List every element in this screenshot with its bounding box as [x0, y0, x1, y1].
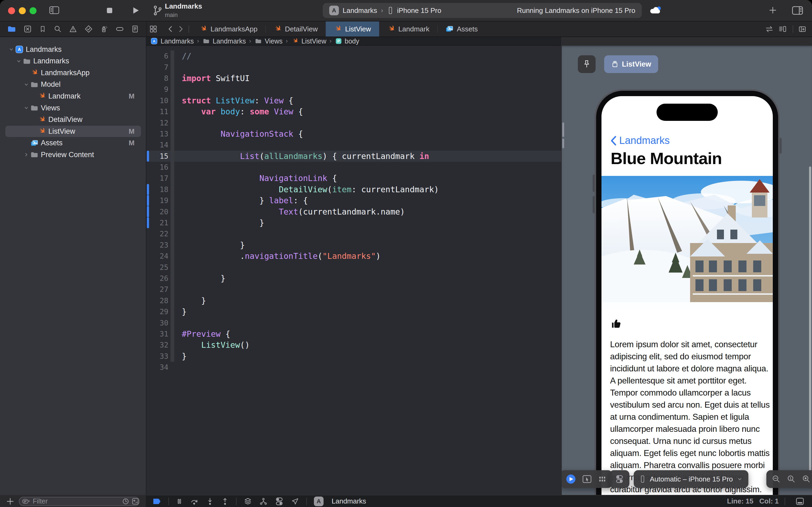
code-line-16[interactable]: 16 — [147, 162, 561, 173]
line-number[interactable]: 8 — [147, 74, 168, 82]
show-changes-icon[interactable] — [131, 498, 139, 505]
code-line-24[interactable]: 24 .navigationTitle("Landmarks") — [147, 250, 561, 262]
breakpoint-navigator-icon[interactable] — [116, 25, 124, 33]
line-number[interactable]: 34 — [147, 363, 168, 372]
zoom-window-button[interactable] — [30, 7, 37, 14]
zoom-out-button[interactable] — [772, 474, 781, 484]
memory-graph-button[interactable] — [259, 497, 268, 505]
sidebar-item-landmarks[interactable]: ALandmarks — [0, 44, 146, 55]
code-line-26[interactable]: 26 } — [147, 273, 561, 284]
zoom-100-button[interactable]: 1 — [787, 474, 796, 484]
environment-overrides-button[interactable] — [275, 497, 284, 506]
line-number[interactable]: 30 — [147, 319, 168, 327]
simulate-location-button[interactable] — [291, 497, 299, 505]
sidebar-item-views[interactable]: Views — [0, 102, 146, 114]
toggle-navigator-icon[interactable] — [49, 5, 60, 15]
line-number[interactable]: 11 — [147, 107, 168, 116]
selectable-mode-button[interactable] — [582, 474, 592, 484]
tab-detailview[interactable]: DetailView — [266, 21, 326, 37]
code-line-15[interactable]: 15 List(allLandmarks) { currentLandmark … — [147, 151, 561, 162]
jump-bar[interactable]: ALandmarks›Landmarks›Views›ListView›Pbod… — [147, 37, 561, 46]
new-tab-button[interactable] — [768, 6, 777, 14]
line-number[interactable]: 7 — [147, 63, 168, 71]
line-number[interactable]: 17 — [147, 174, 168, 182]
breadcrumb-item-landmarks[interactable]: Landmarks — [202, 37, 246, 45]
destination-name[interactable]: iPhone 15 Pro — [397, 6, 442, 15]
code-line-22[interactable]: 22 — [147, 228, 561, 239]
project-navigator-icon[interactable] — [7, 25, 16, 33]
sidebar-item-preview-content[interactable]: Preview Content — [0, 149, 146, 161]
tab-landmark[interactable]: Landmark — [379, 21, 438, 37]
editor-grid-icon[interactable] — [149, 25, 157, 33]
tab-landmarksapp[interactable]: LandmarksApp — [191, 21, 266, 37]
line-number[interactable]: 21 — [147, 219, 168, 227]
related-items-icon[interactable] — [765, 25, 774, 33]
canvas-scrollbar[interactable] — [809, 167, 811, 472]
back-icon[interactable] — [167, 25, 175, 33]
breadcrumb-item-body[interactable]: Pbody — [335, 37, 359, 45]
code-line-33[interactable]: 33} — [147, 351, 561, 362]
code-line-13[interactable]: 13 NavigationStack { — [147, 128, 561, 139]
zoom-fit-button[interactable] — [802, 474, 811, 484]
filter-input[interactable] — [32, 497, 120, 505]
line-number[interactable]: 12 — [147, 119, 168, 127]
step-into-button[interactable] — [206, 497, 214, 505]
code-line-23[interactable]: 23 } — [147, 239, 561, 250]
cloud-status-icon[interactable] — [649, 4, 661, 16]
code-line-17[interactable]: 17 NavigationLink { — [147, 173, 561, 184]
stop-button[interactable] — [105, 6, 114, 15]
line-number[interactable]: 9 — [147, 85, 168, 94]
code-line-18[interactable]: 18 DetailView(item: currentLandmark) — [147, 184, 561, 195]
breadcrumb-item-landmarks[interactable]: ALandmarks — [150, 37, 194, 45]
pause-execution-button[interactable] — [176, 497, 183, 505]
code-line-29[interactable]: 29} — [147, 306, 561, 317]
code-line-8[interactable]: 8import SwiftUI — [147, 73, 561, 84]
sidebar-item-assets[interactable]: AssetsM — [0, 137, 146, 149]
sidebar-item-detailview[interactable]: DetailView — [0, 114, 146, 126]
breakpoints-toggle-button[interactable] — [152, 497, 161, 505]
recent-files-icon[interactable] — [122, 498, 129, 505]
toggle-inspector-icon[interactable] — [792, 5, 803, 15]
code-line-7[interactable]: 7 — [147, 61, 561, 72]
code-line-28[interactable]: 28 } — [147, 295, 561, 306]
code-line-6[interactable]: 6// — [147, 51, 561, 61]
filter-field[interactable] — [19, 497, 139, 506]
line-number[interactable]: 22 — [147, 230, 168, 238]
source-control-navigator-icon[interactable] — [23, 25, 32, 33]
breadcrumb-item-views[interactable]: Views — [254, 37, 283, 45]
chevron-down-icon[interactable] — [23, 105, 30, 111]
nav-back-button[interactable]: Landmarks — [611, 135, 670, 146]
forward-icon[interactable] — [177, 25, 185, 33]
line-number[interactable]: 14 — [147, 141, 168, 149]
find-navigator-icon[interactable] — [54, 25, 62, 33]
code-line-12[interactable]: 12 — [147, 117, 561, 128]
code-line-11[interactable]: 11 var body: some View { — [147, 106, 561, 117]
breadcrumb-item-listview[interactable]: ListView — [291, 37, 327, 45]
code-line-34[interactable]: 34 — [147, 362, 561, 373]
line-number[interactable]: 24 — [147, 252, 168, 260]
code-line-14[interactable]: 14 — [147, 139, 561, 150]
code-line-10[interactable]: 10struct ListView: View { — [147, 95, 561, 106]
line-number[interactable]: 6 — [147, 52, 168, 60]
iphone-screen[interactable]: Landmarks Blue Mountain — [601, 96, 773, 495]
code-line-30[interactable]: 30 — [147, 317, 561, 328]
step-over-button[interactable] — [190, 497, 199, 505]
line-number[interactable]: 15 — [147, 152, 168, 160]
line-number[interactable]: 31 — [147, 330, 168, 338]
line-number[interactable]: 28 — [147, 296, 168, 305]
test-navigator-icon[interactable] — [84, 25, 93, 33]
code-line-31[interactable]: 31#Preview { — [147, 328, 561, 339]
step-out-button[interactable] — [221, 497, 229, 505]
sidebar-item-listview[interactable]: ListViewM — [0, 125, 146, 137]
line-number[interactable]: 20 — [147, 208, 168, 216]
add-editor-icon[interactable] — [798, 25, 807, 33]
line-number[interactable]: 16 — [147, 163, 168, 171]
tab-assets[interactable]: Assets — [438, 21, 486, 37]
scheme-name[interactable]: Landmarks — [343, 6, 377, 15]
bookmark-navigator-icon[interactable] — [39, 25, 46, 33]
line-number[interactable]: 33 — [147, 352, 168, 360]
sidebar-item-model[interactable]: Model — [0, 79, 146, 91]
chevron-down-icon[interactable] — [23, 81, 30, 88]
live-preview-button[interactable] — [566, 474, 576, 485]
add-file-button[interactable] — [6, 497, 14, 506]
